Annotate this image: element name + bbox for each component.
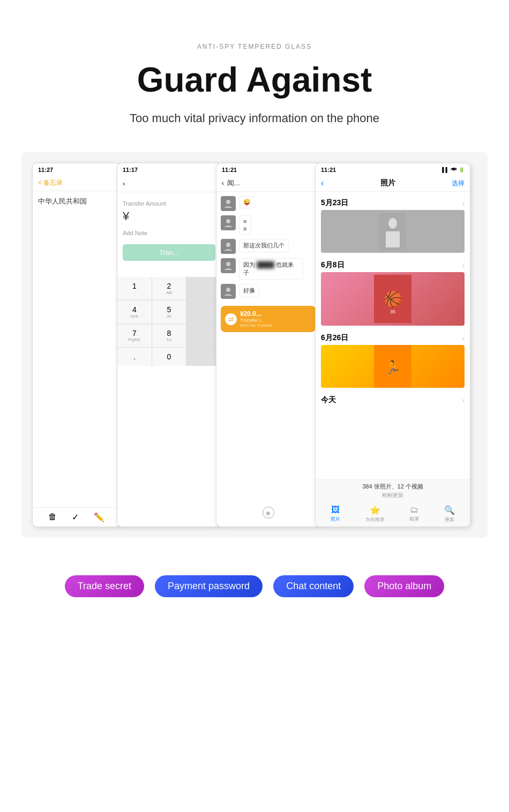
key-0[interactable]: 0 bbox=[152, 348, 186, 366]
tab-search[interactable]: 🔍 搜索 bbox=[444, 505, 455, 523]
phone-chat: 11:21 ‹ 闻... 😜 bbox=[216, 163, 320, 527]
chat-content-label: Chat content bbox=[286, 581, 341, 591]
chat-bubble-5: 好像 bbox=[239, 284, 259, 297]
notes-text: 中华人民共和国 bbox=[38, 197, 87, 205]
phone1-time: 11:27 bbox=[38, 167, 53, 173]
numpad: 1 2AB 4GHI 5JK 7PQRS 8TU . 0 bbox=[117, 277, 221, 366]
chat-bubble-2: ≡≡ bbox=[239, 215, 251, 235]
jun26-date: 6月26日 bbox=[321, 333, 348, 343]
jun26-thumbnail: 🏃 bbox=[321, 345, 465, 388]
photo-section-today: 今天 › bbox=[321, 393, 465, 407]
key-1[interactable]: 1 bbox=[117, 277, 152, 300]
photos-content: 5月23日 › 6月8日 › bbox=[316, 192, 470, 417]
tab-photos[interactable]: 🖼 照片 bbox=[331, 505, 340, 523]
photos-select-btn[interactable]: 选择 bbox=[452, 179, 465, 188]
photo-section-may23: 5月23日 › bbox=[321, 196, 465, 253]
photos-tab-bar: 🖼 照片 ⭐ 为你推荐 🗂 相薄 🔍 搜索 bbox=[316, 502, 470, 527]
chat-bubble-3: 那这次我们几个 bbox=[239, 239, 289, 252]
notes-nav: < 备忘录 bbox=[33, 175, 120, 191]
check-icon: ✓ bbox=[72, 512, 79, 522]
for-you-tab-icon: ⭐ bbox=[370, 505, 380, 515]
phone4-time: 11:21 bbox=[321, 167, 336, 173]
chat-content: 😜 ≡≡ bbox=[216, 192, 320, 339]
wechat-label: WeChat Transfer... bbox=[240, 323, 276, 328]
chat-title: 闻... bbox=[227, 178, 240, 188]
tab-albums[interactable]: 🗂 相薄 bbox=[409, 505, 419, 523]
key-5[interactable]: 5JK bbox=[152, 300, 186, 324]
photos-title: 照片 bbox=[380, 178, 395, 188]
notes-content: 中华人民共和国 bbox=[33, 191, 120, 212]
svg-text:35: 35 bbox=[390, 309, 395, 314]
chat-msg-2: ≡≡ bbox=[221, 215, 316, 235]
chat-bubble-4: 因为████也就来子 bbox=[239, 258, 303, 280]
svg-point-4 bbox=[226, 288, 230, 292]
photos-tab-icon: 🖼 bbox=[331, 505, 340, 515]
compose-icon: ✏️ bbox=[94, 512, 104, 522]
phones-composite: 11:27 < 备忘录 中华人民共和国 🗑 ✓ ✏️ 11:17 ‹ bbox=[21, 152, 488, 538]
phone3-time: 11:21 bbox=[222, 167, 237, 173]
tab-photos-label: 照片 bbox=[331, 516, 340, 523]
phone-photos: 11:21 ▌▌ 🔋 ‹ 照片 选择 5月23日 bbox=[315, 163, 470, 527]
main-title: Guard Against bbox=[137, 60, 372, 100]
key-4[interactable]: 4GHI bbox=[117, 300, 152, 324]
phone1-status-bar: 11:27 bbox=[33, 163, 120, 175]
yen-symbol: ¥ bbox=[123, 209, 129, 223]
chat-avatar-2 bbox=[221, 215, 236, 230]
chat-msg-4: 因为████也就来子 bbox=[221, 258, 316, 280]
chat-avatar-3 bbox=[221, 239, 236, 254]
key-7[interactable]: 7PQRS bbox=[117, 324, 152, 347]
key-8[interactable]: 8TU bbox=[152, 324, 186, 347]
subtitle-label: ANTI-SPY TEMPERED GLASS bbox=[197, 43, 312, 50]
wifi-icon bbox=[451, 167, 457, 173]
key-2[interactable]: 2AB bbox=[152, 277, 186, 300]
photo-album-label: Photo album bbox=[377, 581, 431, 591]
today-arrow: › bbox=[462, 396, 465, 404]
svg-point-1 bbox=[226, 219, 230, 223]
photos-count: 384 张照片、12 个视频 bbox=[316, 480, 470, 492]
svg-point-0 bbox=[226, 200, 230, 204]
badge-trade-secret: Trade secret bbox=[65, 575, 144, 597]
jun8-thumbnail: 🏀 35 bbox=[321, 272, 465, 326]
phone2-time: 11:17 bbox=[123, 167, 138, 173]
voice-icon: ◉ bbox=[263, 507, 274, 518]
tab-albums-label: 相薄 bbox=[409, 516, 419, 523]
chat-nav: ‹ 闻... bbox=[216, 175, 320, 192]
transfer-info: ¥20.0... Transfer t... WeChat Transfer..… bbox=[240, 310, 276, 328]
svg-text:🏃: 🏃 bbox=[385, 359, 401, 375]
badge-chat-content: Chat content bbox=[273, 575, 354, 597]
may23-arrow: › bbox=[462, 199, 465, 207]
photo-section-jun26-header: 6月26日 › bbox=[321, 331, 465, 345]
photo-section-may23-header: 5月23日 › bbox=[321, 196, 465, 210]
phone4-status-icons: ▌▌ 🔋 bbox=[442, 167, 465, 173]
battery-icon: 🔋 bbox=[459, 167, 465, 172]
trade-secret-label: Trade secret bbox=[78, 581, 131, 591]
today-date: 今天 bbox=[321, 395, 336, 405]
phone-notes: 11:27 < 备忘录 中华人民共和国 🗑 ✓ ✏️ bbox=[32, 163, 121, 527]
transfer-button[interactable]: Tran... bbox=[123, 244, 215, 261]
photos-bottom: 384 张照片、12 个视频 刚刚更新 🖼 照片 ⭐ 为你推荐 🗂 相薄 bbox=[316, 479, 470, 527]
back-arrow: ‹ bbox=[321, 178, 324, 188]
svg-point-6 bbox=[388, 218, 397, 229]
may23-thumbnail bbox=[321, 210, 465, 253]
signal-icon: ▌▌ bbox=[442, 167, 449, 172]
page-container: ANTI-SPY TEMPERED GLASS Guard Against To… bbox=[0, 0, 509, 629]
jun8-arrow: › bbox=[462, 261, 465, 269]
key-dot[interactable]: . bbox=[117, 348, 152, 366]
tab-for-you[interactable]: ⭐ 为你推荐 bbox=[365, 505, 385, 523]
chat-msg-5: 好像 bbox=[221, 284, 316, 299]
tab-for-you-label: 为你推荐 bbox=[365, 516, 385, 523]
wechat-transfer-card: ⇄ ¥20.0... Transfer t... WeChat Transfer… bbox=[221, 306, 316, 332]
svg-point-2 bbox=[226, 243, 230, 247]
search-tab-icon: 🔍 bbox=[444, 505, 455, 515]
photo-section-today-header: 今天 › bbox=[321, 393, 465, 407]
chat-avatar-4 bbox=[221, 258, 236, 273]
badge-payment-password: Payment password bbox=[155, 575, 263, 597]
chat-bottom-bar: ◉ bbox=[216, 504, 320, 521]
chat-avatar-1 bbox=[221, 196, 236, 211]
trash-icon: 🗑 bbox=[48, 512, 57, 522]
photos-last-update: 刚刚更新 bbox=[316, 492, 470, 502]
badge-photo-album: Photo album bbox=[364, 575, 444, 597]
photos-header: ‹ 照片 选择 bbox=[316, 175, 470, 192]
tab-search-label: 搜索 bbox=[445, 516, 454, 523]
phone2-status-bar: 11:17 bbox=[117, 163, 221, 175]
